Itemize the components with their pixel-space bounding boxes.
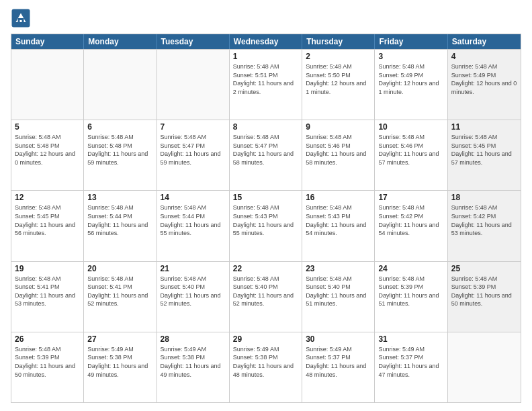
cal-cell-2-1: 13Sunrise: 5:48 AMSunset: 5:44 PMDayligh… <box>84 191 157 261</box>
calendar-row-2: 12Sunrise: 5:48 AMSunset: 5:45 PMDayligh… <box>11 190 521 261</box>
cell-info: Sunrise: 5:48 AMSunset: 5:43 PMDaylight:… <box>306 203 371 237</box>
sunrise-text: Sunrise: 5:48 AM <box>15 203 80 212</box>
sunset-text: Sunset: 5:48 PM <box>87 142 152 150</box>
daylight-text: Daylight: 12 hours and 1 minute. <box>378 79 443 96</box>
cal-cell-3-4: 23Sunrise: 5:48 AMSunset: 5:40 PMDayligh… <box>302 262 375 332</box>
cell-info: Sunrise: 5:49 AMSunset: 5:37 PMDaylight:… <box>306 345 371 379</box>
daylight-text: Daylight: 11 hours and 56 minutes. <box>15 221 80 238</box>
logo <box>11 8 34 28</box>
sunrise-text: Sunrise: 5:49 AM <box>306 345 371 354</box>
sunset-text: Sunset: 5:42 PM <box>451 212 517 221</box>
cell-info: Sunrise: 5:48 AMSunset: 5:39 PMDaylight:… <box>378 275 443 308</box>
day-number: 23 <box>306 264 371 273</box>
day-number: 27 <box>87 334 152 344</box>
sunrise-text: Sunrise: 5:48 AM <box>233 203 298 212</box>
sunrise-text: Sunrise: 5:48 AM <box>306 275 371 283</box>
sunrise-text: Sunrise: 5:48 AM <box>378 275 443 283</box>
day-number: 15 <box>233 193 298 202</box>
daylight-text: Daylight: 11 hours and 52 minutes. <box>161 291 226 308</box>
cell-info: Sunrise: 5:48 AMSunset: 5:40 PMDaylight:… <box>161 275 226 308</box>
daylight-text: Daylight: 12 hours and 1 minute. <box>306 79 371 96</box>
day-number: 12 <box>15 193 80 202</box>
calendar-row-0: 1Sunrise: 5:48 AMSunset: 5:51 PMDaylight… <box>11 49 521 120</box>
day-number: 8 <box>233 122 298 132</box>
daylight-text: Daylight: 12 hours and 0 minutes. <box>15 150 80 167</box>
cal-cell-2-6: 18Sunrise: 5:48 AMSunset: 5:42 PMDayligh… <box>448 191 521 261</box>
daylight-text: Daylight: 11 hours and 48 minutes. <box>306 362 371 379</box>
cal-cell-3-0: 19Sunrise: 5:48 AMSunset: 5:41 PMDayligh… <box>11 262 84 332</box>
daylight-text: Daylight: 11 hours and 47 minutes. <box>378 362 443 379</box>
sunrise-text: Sunrise: 5:48 AM <box>233 133 298 142</box>
day-number: 25 <box>451 264 517 273</box>
sunrise-text: Sunrise: 5:48 AM <box>378 203 443 212</box>
sunset-text: Sunset: 5:44 PM <box>87 212 152 221</box>
day-number: 7 <box>161 122 226 132</box>
cell-info: Sunrise: 5:48 AMSunset: 5:39 PMDaylight:… <box>15 345 80 379</box>
calendar-row-4: 26Sunrise: 5:48 AMSunset: 5:39 PMDayligh… <box>11 332 521 402</box>
header-day-wednesday: Wednesday <box>230 34 302 49</box>
cell-info: Sunrise: 5:48 AMSunset: 5:47 PMDaylight:… <box>161 133 226 167</box>
sunset-text: Sunset: 5:43 PM <box>233 212 298 221</box>
daylight-text: Daylight: 11 hours and 54 minutes. <box>306 221 371 238</box>
day-number: 22 <box>233 264 298 273</box>
daylight-text: Daylight: 11 hours and 52 minutes. <box>87 291 152 308</box>
daylight-text: Daylight: 11 hours and 59 minutes. <box>161 150 226 167</box>
sunrise-text: Sunrise: 5:48 AM <box>451 62 517 71</box>
cal-cell-0-0 <box>11 50 84 120</box>
sunrise-text: Sunrise: 5:48 AM <box>161 275 226 283</box>
cell-info: Sunrise: 5:48 AMSunset: 5:40 PMDaylight:… <box>306 275 371 308</box>
sunrise-text: Sunrise: 5:49 AM <box>87 345 152 354</box>
cal-cell-4-4: 30Sunrise: 5:49 AMSunset: 5:37 PMDayligh… <box>302 332 375 402</box>
day-number: 18 <box>451 193 517 202</box>
sunset-text: Sunset: 5:40 PM <box>233 283 298 291</box>
daylight-text: Daylight: 11 hours and 52 minutes. <box>233 291 298 308</box>
sunrise-text: Sunrise: 5:48 AM <box>306 133 371 142</box>
cell-info: Sunrise: 5:48 AMSunset: 5:46 PMDaylight:… <box>378 133 443 167</box>
sunset-text: Sunset: 5:46 PM <box>306 142 371 150</box>
sunset-text: Sunset: 5:44 PM <box>161 212 226 221</box>
day-number: 20 <box>87 264 152 273</box>
sunset-text: Sunset: 5:37 PM <box>306 353 371 362</box>
cal-cell-2-0: 12Sunrise: 5:48 AMSunset: 5:45 PMDayligh… <box>11 191 84 261</box>
cal-cell-3-1: 20Sunrise: 5:48 AMSunset: 5:41 PMDayligh… <box>84 262 157 332</box>
cell-info: Sunrise: 5:48 AMSunset: 5:42 PMDaylight:… <box>451 203 517 237</box>
sunrise-text: Sunrise: 5:48 AM <box>87 133 152 142</box>
day-number: 26 <box>15 334 80 344</box>
daylight-text: Daylight: 11 hours and 49 minutes. <box>87 362 152 379</box>
cal-cell-1-0: 5Sunrise: 5:48 AMSunset: 5:48 PMDaylight… <box>11 120 84 190</box>
day-number: 3 <box>378 52 443 61</box>
header <box>11 8 521 28</box>
day-number: 19 <box>15 264 80 273</box>
sunrise-text: Sunrise: 5:48 AM <box>451 203 517 212</box>
sunrise-text: Sunrise: 5:48 AM <box>378 133 443 142</box>
day-number: 24 <box>378 264 443 273</box>
sunrise-text: Sunrise: 5:48 AM <box>87 203 152 212</box>
sunrise-text: Sunrise: 5:48 AM <box>161 203 226 212</box>
sunrise-text: Sunrise: 5:48 AM <box>15 275 80 283</box>
sunrise-text: Sunrise: 5:48 AM <box>451 133 517 142</box>
sunrise-text: Sunrise: 5:48 AM <box>233 275 298 283</box>
cell-info: Sunrise: 5:49 AMSunset: 5:37 PMDaylight:… <box>378 345 443 379</box>
sunset-text: Sunset: 5:38 PM <box>87 353 152 362</box>
cal-cell-1-2: 7Sunrise: 5:48 AMSunset: 5:47 PMDaylight… <box>157 120 230 190</box>
sunset-text: Sunset: 5:42 PM <box>378 212 443 221</box>
day-number: 29 <box>233 334 298 344</box>
sunrise-text: Sunrise: 5:48 AM <box>306 203 371 212</box>
cal-cell-1-6: 11Sunrise: 5:48 AMSunset: 5:45 PMDayligh… <box>448 120 521 190</box>
day-number: 31 <box>378 334 443 344</box>
daylight-text: Daylight: 11 hours and 49 minutes. <box>161 362 226 379</box>
cell-info: Sunrise: 5:48 AMSunset: 5:41 PMDaylight:… <box>15 275 80 308</box>
cell-info: Sunrise: 5:48 AMSunset: 5:49 PMDaylight:… <box>451 62 517 96</box>
sunset-text: Sunset: 5:39 PM <box>378 283 443 291</box>
header-day-thursday: Thursday <box>302 34 375 49</box>
sunset-text: Sunset: 5:39 PM <box>15 353 80 362</box>
cal-cell-1-3: 8Sunrise: 5:48 AMSunset: 5:47 PMDaylight… <box>230 120 302 190</box>
cal-cell-0-3: 1Sunrise: 5:48 AMSunset: 5:51 PMDaylight… <box>230 50 302 120</box>
sunset-text: Sunset: 5:46 PM <box>378 142 443 150</box>
day-number: 1 <box>233 52 298 61</box>
svg-rect-3 <box>20 20 22 22</box>
header-day-sunday: Sunday <box>11 34 84 49</box>
cell-info: Sunrise: 5:49 AMSunset: 5:38 PMDaylight:… <box>87 345 152 379</box>
header-day-monday: Monday <box>84 34 157 49</box>
cal-cell-2-5: 17Sunrise: 5:48 AMSunset: 5:42 PMDayligh… <box>375 191 447 261</box>
